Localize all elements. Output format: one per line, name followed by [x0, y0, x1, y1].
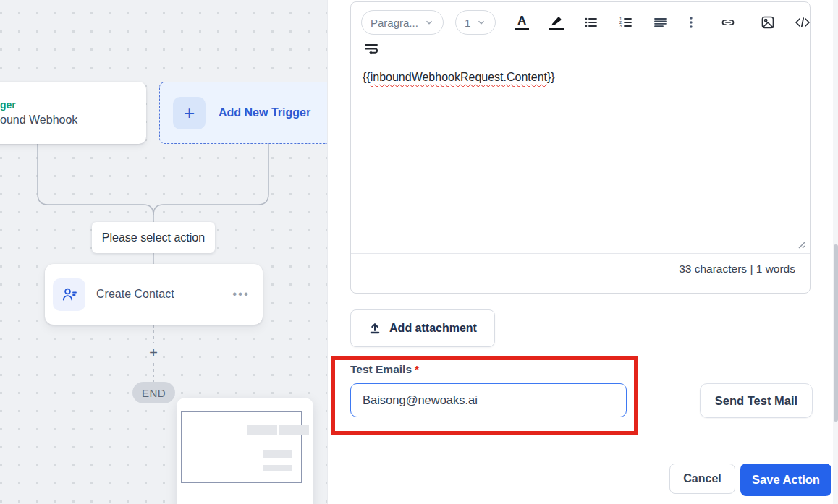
- send-test-mail-button[interactable]: Send Test Mail: [700, 383, 813, 418]
- panel-scrollbar-thumb[interactable]: [834, 244, 838, 422]
- kebab-menu-icon: [688, 15, 694, 30]
- contact-icon: [53, 278, 85, 311]
- email-body-editor: Paragra... 1 A: [350, 1, 811, 294]
- numbered-list-icon: 1.2.3.: [619, 15, 633, 30]
- text-color-button[interactable]: A: [513, 13, 530, 32]
- trigger-card-inbound-webhook[interactable]: ger ound Webhook: [0, 82, 146, 144]
- minimap-node: [247, 425, 277, 435]
- text-wrap-button[interactable]: [363, 40, 381, 56]
- trigger-name-label: ound Webhook: [0, 111, 146, 129]
- text-color-icon: A: [517, 14, 526, 27]
- add-new-trigger-button[interactable]: + Add New Trigger: [159, 82, 327, 144]
- paragraph-format-dropdown[interactable]: Paragra...: [361, 10, 444, 35]
- insert-link-button[interactable]: [719, 14, 737, 31]
- chevron-down-icon: [424, 17, 434, 27]
- minimap-node: [263, 450, 292, 458]
- text-color-bar: [515, 28, 529, 30]
- action-card-create-contact[interactable]: Create Contact •••: [45, 264, 263, 325]
- font-size-dropdown[interactable]: 1: [455, 10, 496, 35]
- highlight-color-button[interactable]: [548, 13, 565, 32]
- paragraph-format-value: Paragra...: [371, 17, 418, 29]
- plus-icon: +: [173, 97, 206, 129]
- highlight-color-bar: [549, 28, 564, 30]
- bullet-list-button[interactable]: [583, 14, 600, 31]
- email-body-field[interactable]: {{inboundWebhookRequest.Content}}: [351, 61, 810, 253]
- action-card-label: Create Contact: [96, 288, 232, 301]
- text-wrap-icon: [364, 42, 380, 55]
- required-asterisk: *: [415, 363, 419, 375]
- card-menu-icon[interactable]: •••: [232, 291, 250, 298]
- merge-tag-prefix: {{: [363, 71, 371, 83]
- upload-icon: [368, 322, 381, 335]
- merge-tag-variable: inboundWebhookRequest.Content: [371, 71, 547, 83]
- more-options-button[interactable]: [687, 14, 695, 31]
- add-new-trigger-label: Add New Trigger: [219, 106, 310, 119]
- workflow-canvas[interactable]: ger ound Webhook + Add New Trigger Pleas…: [0, 0, 327, 504]
- select-action-prompt: Please select action: [92, 222, 215, 253]
- align-button[interactable]: [652, 14, 669, 31]
- add-attachment-button[interactable]: Add attachment: [350, 309, 495, 347]
- character-count: 33 characters | 1 words: [351, 253, 810, 283]
- numbered-list-button[interactable]: 1.2.3.: [617, 14, 635, 31]
- trigger-type-label: ger: [0, 98, 146, 111]
- bullet-list-icon: [584, 15, 598, 30]
- align-icon: [653, 15, 668, 30]
- svg-text:3.: 3.: [619, 24, 623, 28]
- email-action-panel: Paragra... 1 A: [327, 0, 838, 504]
- cancel-button[interactable]: Cancel: [669, 464, 735, 494]
- test-emails-input[interactable]: [350, 383, 627, 417]
- link-icon: [720, 15, 736, 30]
- merge-tag-suffix: }}: [547, 71, 555, 83]
- test-emails-label-text: Test Emails: [350, 363, 412, 375]
- font-size-value: 1: [465, 17, 470, 29]
- insert-image-button[interactable]: [759, 14, 776, 31]
- minimap-node: [279, 425, 309, 435]
- resize-handle[interactable]: [797, 240, 805, 249]
- code-icon: [794, 15, 811, 30]
- minimap-viewport[interactable]: [181, 411, 302, 483]
- test-emails-label: Test Emails*: [350, 363, 419, 376]
- editor-toolbar: Paragra... 1 A: [351, 2, 810, 61]
- image-icon: [761, 15, 775, 30]
- minimap[interactable]: [177, 398, 313, 504]
- minimap-node: [263, 465, 292, 471]
- add-attachment-label: Add attachment: [389, 322, 477, 335]
- save-action-button[interactable]: Save Action: [740, 464, 831, 496]
- code-view-button[interactable]: [792, 14, 813, 31]
- highlighter-icon: [549, 14, 564, 27]
- add-step-plus-button[interactable]: +: [146, 346, 161, 360]
- chevron-down-icon: [476, 17, 486, 27]
- end-badge: END: [132, 382, 175, 403]
